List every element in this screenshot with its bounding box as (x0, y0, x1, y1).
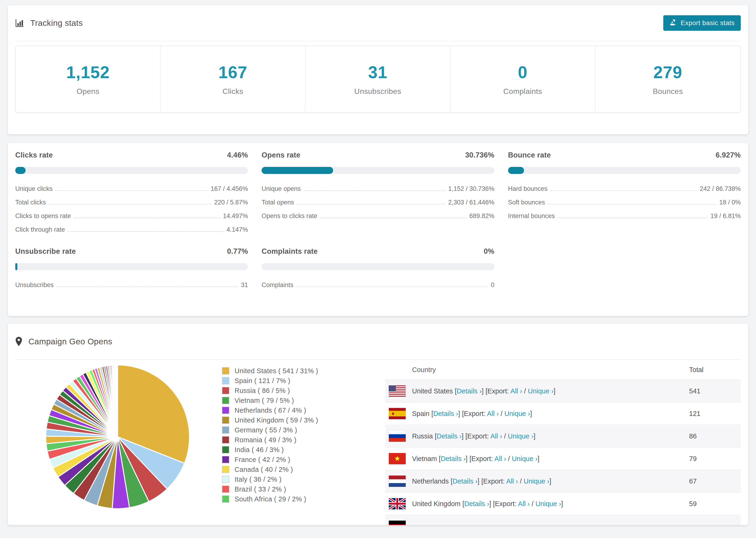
stat-value-bounces: 279 (653, 63, 682, 82)
flag-us-icon (389, 385, 406, 397)
stat-value-clicks: 167 (218, 63, 247, 82)
legend-swatch-russia (222, 387, 229, 394)
country-cell: Netherlands [Details ›] [Export: All › /… (412, 477, 551, 485)
tracking-card-header: Tracking stats Export basic stats (15, 5, 741, 41)
rate-row-click-through-rate: Click through rate4.147% (15, 223, 248, 237)
details-link-spain[interactable]: Details › (433, 410, 458, 417)
legend-item-united-states[interactable]: United States ( 541 / 31% ) (222, 366, 318, 376)
rate-row-soft-bounces: Soft bounces18 / 0% (508, 195, 741, 209)
rate-row-unique-clicks: Unique clicks167 / 4.456% (15, 182, 248, 195)
legend-item-vietnam[interactable]: Vietnam ( 79 / 5% ) (222, 396, 318, 405)
legend-item-united-kingdom[interactable]: United Kingdom ( 59 / 3% ) (222, 415, 318, 425)
country-cell: Spain [Details ›] [Export: All › / Uniqu… (412, 410, 532, 418)
rate-rows: Unique clicks167 / 4.456%Total clicks220… (15, 182, 248, 237)
stat-label-opens: Opens (77, 87, 99, 96)
total-cell-netherlands: 67 (689, 477, 697, 485)
rate-row-value: 242 / 86.738% (700, 185, 741, 192)
legend-item-france[interactable]: France ( 42 / 2% ) (222, 455, 318, 464)
rate-row-label: Unsubscribes (15, 282, 54, 289)
details-link-russia[interactable]: Details › (437, 432, 461, 440)
legend-item-canada[interactable]: Canada ( 40 / 2% ) (222, 464, 318, 474)
rate-row-value: 0 (491, 282, 495, 289)
legend-swatch-romania (222, 436, 229, 444)
legend-swatch-south-africa (222, 495, 229, 503)
export-button-label: Export basic stats (681, 19, 735, 27)
stat-label-unsubscribes: Unsubscribes (354, 87, 401, 96)
export-unique-link-netherlands[interactable]: Unique › (523, 477, 549, 485)
geo-country-table: CountryTotalUnited States [Details ›] [E… (385, 360, 741, 525)
rate-head-clicks-rate: Clicks rate4.46% (15, 151, 248, 159)
stat-label-bounces: Bounces (653, 87, 683, 96)
details-link-vietnam[interactable]: Details › (441, 455, 465, 462)
tracking-card-title: Tracking stats (15, 18, 83, 28)
dotted-leader (74, 218, 220, 218)
export-all-link-vietnam[interactable]: All › (495, 455, 506, 462)
export-all-link-united-states[interactable]: All › (511, 387, 522, 395)
legend-swatch-france (222, 456, 229, 463)
rate-progress-fill (261, 167, 333, 174)
export-unique-link-vietnam[interactable]: Unique › (512, 455, 538, 462)
legend-item-brazil[interactable]: Brazil ( 33 / 2% ) (222, 484, 318, 494)
legend-label-romania: Romania ( 49 / 3% ) (235, 436, 297, 444)
legend-label-spain: Spain ( 121 / 7% ) (235, 377, 291, 385)
legend-label-south-africa: South Africa ( 29 / 2% ) (235, 495, 306, 503)
legend-item-romania[interactable]: Romania ( 49 / 3% ) (222, 435, 318, 445)
export-all-link-russia[interactable]: All › (490, 432, 502, 440)
rate-progress-track (15, 263, 248, 270)
rate-row-label: Total opens (261, 199, 294, 206)
rate-value: 4.46% (227, 151, 248, 159)
tracking-stats-card: Tracking stats Export basic stats 1,152O… (8, 5, 748, 134)
legend-item-italy[interactable]: Italy ( 36 / 2% ) (222, 474, 318, 484)
export-unique-link-united-kingdom[interactable]: Unique › (535, 500, 561, 508)
rate-progress-fill (15, 167, 26, 174)
export-unique-link-russia[interactable]: Unique › (508, 432, 534, 440)
total-cell-vietnam: 79 (689, 455, 697, 463)
export-basic-stats-button[interactable]: Export basic stats (663, 15, 741, 31)
details-link-united-kingdom[interactable]: Details › (464, 500, 489, 508)
export-all-link-spain[interactable]: All › (487, 410, 499, 417)
legend-label-france: France ( 42 / 2% ) (235, 456, 291, 463)
geo-table-row-russia: Russia [Details ›] [Export: All › / Uniq… (385, 425, 741, 448)
total-cell-united-kingdom: 59 (689, 500, 697, 508)
rate-title: Clicks rate (15, 151, 53, 159)
rate-rows: Unique opens1,152 / 30.736%Total opens2,… (261, 182, 494, 223)
details-link-netherlands[interactable]: Details › (453, 477, 477, 485)
rate-title: Bounce rate (508, 151, 551, 159)
export-unique-link-spain[interactable]: Unique › (504, 410, 530, 417)
rate-head-complaints-rate: Complaints rate0% (261, 247, 494, 256)
campaign-geo-opens-card: Campaign Geo Opens United States ( 541 /… (8, 324, 748, 525)
rate-row-clicks-to-opens-rate: Clicks to opens rate14.497% (15, 209, 248, 223)
legend-item-south-africa[interactable]: South Africa ( 29 / 2% ) (222, 494, 318, 504)
rate-head-opens-rate: Opens rate30.736% (261, 151, 494, 159)
rate-row-label: Soft bounces (508, 199, 545, 206)
geo-section-title: Campaign Geo Opens (28, 337, 112, 346)
legend-swatch-germany (222, 426, 229, 434)
total-column-header: Total (689, 366, 703, 374)
map-pin-icon (15, 337, 22, 347)
dotted-leader (550, 190, 697, 191)
rate-row-label: Hard bounces (508, 185, 548, 192)
geo-table-row-united-kingdom: United Kingdom [Details ›] [Export: All … (385, 493, 741, 515)
export-all-link-united-kingdom[interactable]: All › (518, 500, 530, 508)
export-all-link-netherlands[interactable]: All › (506, 477, 518, 485)
page-title: Tracking stats (30, 18, 83, 28)
rate-progress-track (261, 263, 494, 270)
legend-item-netherlands[interactable]: Netherlands ( 67 / 4% ) (222, 405, 318, 415)
flag-ru-icon (389, 430, 406, 442)
geo-card-header: Campaign Geo Opens (15, 324, 741, 360)
legend-label-united-kingdom: United Kingdom ( 59 / 3% ) (235, 416, 318, 424)
legend-item-india[interactable]: India ( 46 / 3% ) (222, 445, 318, 455)
details-link-united-states[interactable]: Details › (457, 387, 482, 395)
total-cell-spain: 121 (689, 410, 700, 418)
legend-item-germany[interactable]: Germany ( 55 / 3% ) (222, 425, 318, 435)
legend-item-russia[interactable]: Russia ( 86 / 5% ) (222, 386, 318, 396)
rates-card: Clicks rate4.46%Unique clicks167 / 4.456… (8, 143, 748, 316)
rate-row-label: Complaints (261, 282, 293, 289)
flag-vn-icon (389, 453, 406, 464)
total-cell-united-states: 541 (689, 387, 700, 395)
export-unique-link-united-states[interactable]: Unique › (528, 387, 554, 395)
geo-table-row-partial (385, 515, 741, 525)
dotted-leader (296, 287, 488, 287)
legend-item-spain[interactable]: Spain ( 121 / 7% ) (222, 376, 318, 386)
pie-legend: United States ( 541 / 31% )Spain ( 121 /… (222, 366, 318, 504)
